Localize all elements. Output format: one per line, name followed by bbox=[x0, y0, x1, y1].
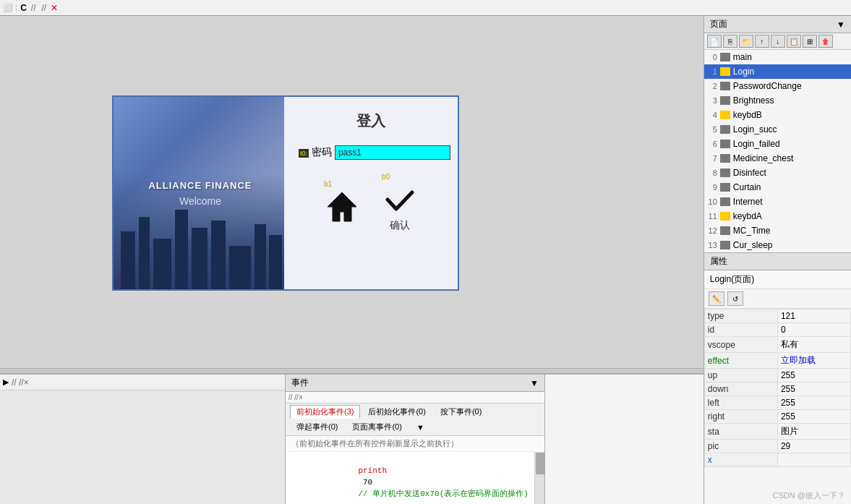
prop-icon-refresh[interactable]: ↺ bbox=[727, 291, 743, 306]
left-bottom-panel: ▶ // //× bbox=[0, 375, 286, 504]
page-num-7: 7 bbox=[707, 154, 717, 163]
collapse-btn[interactable]: ▶ bbox=[3, 377, 9, 387]
page-icon-10 bbox=[720, 197, 730, 206]
prop-row-sta: sta 图片 bbox=[704, 424, 850, 440]
page-tool-up[interactable]: ↑ bbox=[755, 35, 769, 48]
page-tool-down[interactable]: ↓ bbox=[771, 35, 785, 48]
page-icon-5 bbox=[720, 125, 730, 134]
page-name-5: Login_succ bbox=[733, 124, 777, 134]
login-title: 登入 bbox=[356, 111, 385, 131]
events-title: 事件 bbox=[291, 377, 309, 389]
prop-key-type: type bbox=[704, 309, 777, 323]
prop-val-effect[interactable]: 立即加载 bbox=[777, 353, 850, 369]
b1-label: b1 bbox=[324, 180, 332, 188]
page-item-2[interactable]: 2 PasswordChange bbox=[704, 79, 851, 93]
bottom-area: ▶ // //× 事件 ▼ // //× 前初始化事件(3) 后初始化事件(0)… bbox=[0, 374, 704, 504]
scroll-thumb bbox=[536, 453, 544, 474]
prop-val-type: 121 bbox=[777, 309, 850, 323]
toolbar-sep1: // bbox=[31, 3, 36, 13]
page-item-8[interactable]: 8 Disinfect bbox=[704, 166, 851, 180]
page-icon-12 bbox=[720, 226, 730, 235]
prop-key-vscope: vscope bbox=[704, 337, 777, 353]
confirm-button[interactable]: b0 确认 bbox=[382, 181, 418, 232]
canvas-area: ALLIANCE FINANCE Welcome 登入 t0: 密码 bbox=[0, 16, 704, 368]
page-icon-11 bbox=[720, 212, 730, 221]
event-tab-preinit[interactable]: 前初始化事件(3) bbox=[290, 405, 360, 419]
keyword-1: printh bbox=[358, 466, 387, 475]
confirm-label: 确认 bbox=[390, 219, 410, 232]
page-item-0[interactable]: 0 main bbox=[704, 50, 851, 64]
prop-row-type: type 121 bbox=[704, 309, 850, 323]
page-item-11[interactable]: 11 keybdA bbox=[704, 209, 851, 223]
page-item-3[interactable]: 3 Brightness bbox=[704, 93, 851, 108]
props-icons: ✏️ ↺ bbox=[704, 289, 851, 309]
page-name-13: Cur_sleep bbox=[733, 240, 773, 250]
page-name-9: Curtain bbox=[733, 182, 761, 192]
page-item-1[interactable]: 1 Login bbox=[704, 64, 851, 79]
prop-icon-edit[interactable]: ✏️ bbox=[709, 291, 724, 306]
toolbar-x[interactable]: ✕ bbox=[51, 3, 58, 13]
page-num-9: 9 bbox=[707, 183, 717, 192]
page-item-9[interactable]: 9 Curtain bbox=[704, 180, 851, 195]
page-icon-0 bbox=[720, 53, 730, 61]
pages-collapse-icon[interactable]: ▼ bbox=[837, 20, 845, 30]
prop-key-x: x bbox=[704, 453, 777, 467]
page-item-5[interactable]: 5 Login_succ bbox=[704, 122, 851, 137]
page-tool-copy[interactable]: ⎘ bbox=[723, 35, 737, 48]
page-num-5: 5 bbox=[707, 125, 717, 134]
prop-key-id: id bbox=[704, 323, 777, 337]
page-tool-folder[interactable]: 📁 bbox=[739, 35, 753, 48]
page-tool-new[interactable]: 📄 bbox=[707, 35, 722, 48]
page-item-7[interactable]: 7 Medicine_chest bbox=[704, 151, 851, 166]
page-tool-split[interactable]: ⊞ bbox=[803, 35, 817, 48]
page-name-0: main bbox=[733, 52, 752, 62]
login-form: 登入 t0: 密码 b1 bbox=[284, 97, 458, 289]
code-line-1: printh 70 // 单片机中发送0x70(表示在密码界面的操作) bbox=[291, 453, 529, 504]
page-tool-delete[interactable]: 🗑 bbox=[818, 35, 833, 48]
event-tab-postinit[interactable]: 后初始化事件(0) bbox=[362, 405, 432, 419]
events-tabs: 前初始化事件(3) 后初始化事件(0) 按下事件(0) 弹起事件(0) 页面离事… bbox=[286, 403, 544, 436]
page-icon-1 bbox=[720, 67, 730, 76]
page-item-4[interactable]: 4 keybdB bbox=[704, 108, 851, 122]
page-icon-9 bbox=[720, 183, 730, 192]
event-tab-leave[interactable]: 页面离事件(0) bbox=[346, 420, 408, 434]
center-area: ALLIANCE FINANCE Welcome 登入 t0: 密码 bbox=[0, 16, 704, 504]
page-item-12[interactable]: 12 MC_Time bbox=[704, 223, 851, 238]
toolbar-c[interactable]: C bbox=[20, 3, 27, 13]
left-toolbar-sep: // //× bbox=[12, 377, 29, 388]
buttons-row: b1 b0 确认 bbox=[324, 181, 418, 232]
page-num-0: 0 bbox=[707, 53, 717, 61]
page-icon-13 bbox=[720, 241, 730, 249]
page-name-10: Internet bbox=[733, 197, 763, 207]
password-label: t0: 密码 bbox=[299, 146, 332, 159]
event-tab-more[interactable]: ▼ bbox=[410, 422, 431, 433]
page-name-11: keybdA bbox=[733, 211, 762, 221]
page-item-13[interactable]: 13 Cur_sleep bbox=[704, 238, 851, 252]
event-tab-release[interactable]: 弹起事件(0) bbox=[290, 420, 344, 434]
page-item-10[interactable]: 10 Internet bbox=[704, 195, 851, 209]
preview-window: ALLIANCE FINANCE Welcome 登入 t0: 密码 bbox=[112, 95, 459, 291]
home-button[interactable]: b1 bbox=[324, 189, 360, 225]
page-name-12: MC_Time bbox=[733, 226, 771, 236]
page-num-1: 1 bbox=[707, 67, 717, 76]
b0-label: b0 bbox=[382, 173, 390, 181]
page-name-2: PasswordChange bbox=[733, 81, 802, 91]
props-table: type 121 id 0 vscope 私有 effect 立即加载 up bbox=[704, 309, 851, 467]
password-input[interactable] bbox=[335, 145, 450, 160]
bottom-right-panel: CSDN @嵌入一下？ bbox=[544, 375, 704, 504]
page-item-6[interactable]: 6 Login_failed bbox=[704, 137, 851, 151]
prop-val-x bbox=[777, 453, 850, 467]
page-name-7: Medicine_chest bbox=[733, 153, 793, 163]
events-collapse[interactable]: ▼ bbox=[530, 378, 539, 388]
prop-row-left: left 255 bbox=[704, 396, 850, 410]
events-toolbar: // //× bbox=[286, 392, 544, 403]
city-background bbox=[114, 174, 287, 289]
svg-marker-0 bbox=[328, 192, 356, 221]
event-tab-press[interactable]: 按下事件(0) bbox=[434, 405, 488, 419]
page-name-6: Login_failed bbox=[733, 139, 780, 149]
prop-row-pic: pic 29 bbox=[704, 440, 850, 453]
pages-header: 页面 ▼ bbox=[704, 16, 851, 33]
events-scrollbar[interactable] bbox=[534, 452, 544, 504]
page-tool-page[interactable]: 📋 bbox=[787, 35, 801, 48]
prop-val-right: 255 bbox=[777, 410, 850, 424]
